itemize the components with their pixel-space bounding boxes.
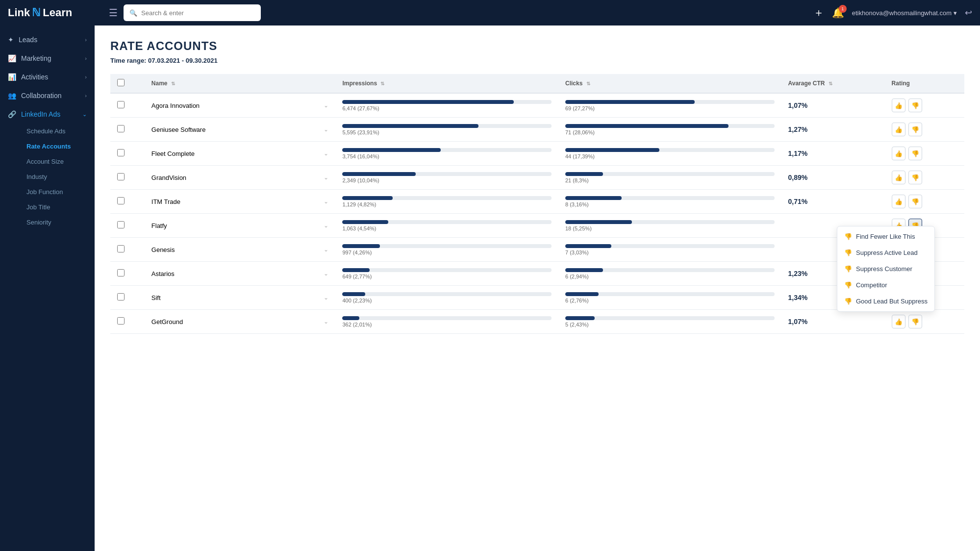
- row-rating-cell: 👍 👎: [885, 310, 964, 334]
- row-clicks-cell: 18 (5,25%): [558, 214, 781, 238]
- row-name-cell: GrandVision ⌄: [145, 166, 336, 190]
- row-company-name: Sift: [151, 294, 161, 301]
- row-checkbox[interactable]: [117, 149, 125, 156]
- row-checkbox[interactable]: [117, 101, 125, 108]
- sidebar-item-schedule-ads[interactable]: Schedule Ads: [19, 124, 95, 139]
- notification-badge: 1: [839, 5, 847, 13]
- row-name-cell: GetGround ⌄: [145, 310, 336, 334]
- logo-text-link: Link: [8, 6, 30, 19]
- row-checkbox[interactable]: [117, 125, 125, 132]
- select-all-checkbox[interactable]: [117, 79, 125, 86]
- col-clicks[interactable]: Clicks ⇅: [558, 74, 781, 93]
- impressions-label: 5,595 (23,91%): [342, 129, 552, 135]
- row-impressions-cell: 400 (2,23%): [335, 286, 558, 310]
- notification-button[interactable]: 🔔 1: [832, 7, 844, 19]
- row-expand-button[interactable]: ⌄: [324, 246, 328, 253]
- row-name-cell: ITM Trade ⌄: [145, 190, 336, 214]
- dropdown-item-label: Suppress Active Lead: [856, 249, 918, 256]
- top-nav: Link ℕ Learn ☰ 🔍 ＋ 🔔 1 etikhonova@whosma…: [0, 0, 980, 25]
- sidebar-label-marketing: Marketing: [21, 54, 51, 62]
- sidebar-label-collaboration: Collaboration: [21, 92, 62, 100]
- thumbs-down-button[interactable]: 👎: [908, 315, 922, 328]
- thumbs-down-button[interactable]: 👎: [908, 147, 922, 160]
- sidebar-item-activities[interactable]: 📊 Activities ›: [0, 68, 95, 86]
- clicks-label: 69 (27,27%): [565, 105, 775, 111]
- sidebar-item-job-function[interactable]: Job Function: [19, 184, 95, 200]
- col-impressions[interactable]: Impressions ⇅: [335, 74, 558, 93]
- chevron-activities: ›: [85, 74, 87, 80]
- sidebar-item-seniority[interactable]: Seniority: [19, 215, 95, 230]
- search-bar[interactable]: 🔍: [124, 4, 261, 21]
- sidebar-item-industy[interactable]: Industy: [19, 169, 95, 184]
- chevron-linkedin-ads: ⌄: [82, 111, 87, 118]
- clicks-label: 7 (3,03%): [565, 250, 775, 255]
- row-checkbox[interactable]: [117, 173, 125, 180]
- row-name-cell: Agora Innovation ⌄: [145, 93, 336, 118]
- col-ctr[interactable]: Avarage CTR ⇅: [781, 74, 885, 93]
- dropdown-item-good-lead-suppress[interactable]: 👎Good Lead But Suppress: [837, 293, 934, 309]
- thumbs-down-button[interactable]: 👎: [908, 171, 922, 184]
- table-row: Genesis ⌄ 997 (4,26%) 7 (3,03%): [110, 238, 964, 262]
- row-expand-button[interactable]: ⌄: [324, 270, 328, 277]
- row-expand-button[interactable]: ⌄: [324, 102, 328, 109]
- row-expand-button[interactable]: ⌄: [324, 294, 328, 301]
- dropdown-item-label: Find Fewer Like This: [856, 233, 915, 240]
- sidebar-item-leads[interactable]: ✦ Leads ›: [0, 30, 95, 49]
- search-input[interactable]: [141, 9, 255, 17]
- thumbs-down-button[interactable]: 👎: [908, 123, 922, 136]
- row-expand-button[interactable]: ⌄: [324, 150, 328, 157]
- add-button[interactable]: ＋: [813, 5, 824, 20]
- thumbs-down-button[interactable]: 👎: [908, 195, 922, 208]
- row-checkbox[interactable]: [117, 269, 125, 276]
- row-expand-button[interactable]: ⌄: [324, 318, 328, 325]
- sidebar-item-job-title[interactable]: Job Title: [19, 200, 95, 215]
- row-expand-button[interactable]: ⌄: [324, 174, 328, 181]
- sidebar-item-rate-accounts[interactable]: Rate Accounts: [19, 139, 95, 154]
- row-checkbox[interactable]: [117, 197, 125, 204]
- impressions-label: 3,754 (16,04%): [342, 153, 552, 159]
- row-checkbox[interactable]: [117, 245, 125, 252]
- thumbs-up-button[interactable]: 👍: [892, 195, 905, 208]
- thumbs-up-button[interactable]: 👍: [892, 147, 905, 160]
- user-email-dropdown[interactable]: etikhonova@whosmailingwhat.com ▾: [852, 9, 957, 17]
- linkedin-ads-icon: 🔗: [8, 110, 16, 118]
- row-expand-button[interactable]: ⌄: [324, 198, 328, 205]
- row-clicks-cell: 21 (8,3%): [558, 166, 781, 190]
- sidebar-item-account-size[interactable]: Account Size: [19, 154, 95, 169]
- clicks-bar-fill: [565, 292, 599, 296]
- dropdown-item-competitor[interactable]: 👎Competitor: [837, 277, 934, 293]
- thumbs-up-button[interactable]: 👍: [892, 99, 905, 112]
- col-name[interactable]: Name ⇅: [145, 74, 336, 93]
- row-checkbox-cell: [110, 166, 145, 190]
- row-checkbox[interactable]: [117, 317, 125, 325]
- dropdown-item-label: Suppress Customer: [856, 265, 912, 273]
- clicks-bar-track: [565, 268, 775, 272]
- impressions-bar-fill: [342, 316, 359, 320]
- clicks-label: 21 (8,3%): [565, 177, 775, 183]
- sort-name-icon: ⇅: [171, 81, 175, 86]
- sidebar: ✦ Leads › 📈 Marketing › 📊 Activities › 👥…: [0, 25, 95, 551]
- impressions-bar-fill: [342, 292, 365, 296]
- thumbs-up-button[interactable]: 👍: [892, 315, 905, 328]
- ctr-value: 0,89%: [788, 174, 808, 181]
- sidebar-item-collaboration[interactable]: 👥 Collaboration ›: [0, 86, 95, 105]
- hamburger-icon[interactable]: ☰: [109, 7, 118, 19]
- clicks-bar-track: [565, 124, 775, 128]
- thumbs-up-button[interactable]: 👍: [892, 171, 905, 184]
- dropdown-item-find-fewer[interactable]: 👎Find Fewer Like This: [837, 228, 934, 245]
- impressions-bar-fill: [342, 100, 514, 104]
- impressions-bar-track: [342, 220, 552, 224]
- row-checkbox[interactable]: [117, 293, 125, 301]
- row-checkbox[interactable]: [117, 221, 125, 228]
- row-expand-button[interactable]: ⌄: [324, 222, 328, 229]
- logout-button[interactable]: ↩: [965, 7, 972, 18]
- thumbs-up-button[interactable]: 👍: [892, 123, 905, 136]
- thumbs-down-button[interactable]: 👎: [908, 99, 922, 112]
- sidebar-item-marketing[interactable]: 📈 Marketing ›: [0, 49, 95, 68]
- row-expand-button[interactable]: ⌄: [324, 126, 328, 133]
- sidebar-item-linkedin-ads[interactable]: 🔗 LinkedIn Ads ⌄: [0, 105, 95, 124]
- clicks-bar-fill: [565, 196, 622, 200]
- dropdown-item-suppress-customer[interactable]: 👎Suppress Customer: [837, 261, 934, 277]
- dropdown-item-suppress-active[interactable]: 👎Suppress Active Lead: [837, 245, 934, 261]
- row-company-name: Genesis: [151, 246, 175, 253]
